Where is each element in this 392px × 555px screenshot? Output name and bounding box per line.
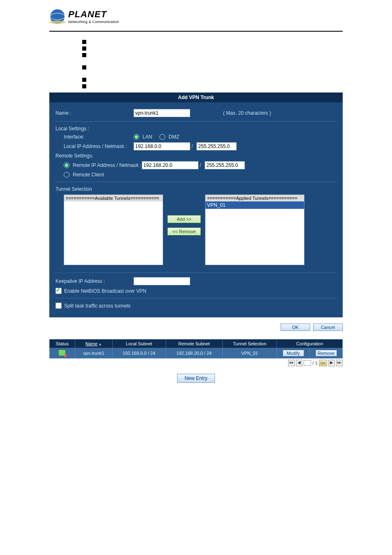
interface-lan-radio[interactable] (134, 134, 139, 140)
local-mask-input[interactable] (196, 142, 237, 150)
bullet-icon (82, 84, 86, 88)
add-tunnel-button[interactable]: Add >> (167, 215, 201, 223)
add-vpn-trunk-panel: Add VPN Trunk Name : ( Max. 20 character… (49, 92, 343, 317)
status-active-icon (58, 349, 66, 356)
new-entry-button[interactable]: New Entry (177, 374, 215, 383)
name-label: Name : (55, 110, 134, 116)
interface-label: Interface: (55, 134, 134, 140)
panel-title: Add VPN Trunk (49, 92, 343, 102)
pager-total: 1 (315, 361, 318, 365)
table-row: vpn-trunk1 192.168.0.0 / 24 192.168.20.0… (50, 348, 343, 358)
col-local-subnet: Local Subnet (112, 340, 166, 348)
pager-go-button[interactable]: Go (319, 360, 327, 366)
remove-tunnel-button[interactable]: << Remove (167, 227, 201, 236)
interface-dmz-radio[interactable] (159, 134, 165, 140)
applied-tunnel-item[interactable]: VPN_01 (205, 201, 304, 209)
col-configuration: Configuration (277, 340, 343, 348)
applied-tunnels-header: ===========Applied Tunnels=========== (205, 195, 304, 201)
applied-tunnels-list[interactable]: ===========Applied Tunnels=========== VP… (205, 194, 304, 265)
divider (49, 31, 343, 32)
pager: ⏮ ◀ / 1 Go ▶ ⏭ (0, 360, 343, 366)
row-name: vpn-trunk1 (75, 348, 112, 358)
keepalive-label: Keepalive IP Address : (55, 278, 134, 284)
interface-dmz-label: DMZ (168, 134, 179, 140)
netbios-label: Enable NetBIOS Broadcast over VPN (64, 288, 146, 294)
available-tunnels-header: ===========Available Tunnels=========== (64, 195, 163, 201)
col-status: Status (50, 340, 75, 348)
remote-settings-label: Remote Settings: (55, 153, 93, 159)
col-remote-subnet: Remote Subnet (166, 340, 222, 348)
keepalive-input[interactable] (134, 277, 190, 285)
local-settings-label: Local Settings : (55, 126, 89, 132)
col-tunnel-selection: Tunnel Selection (222, 340, 277, 348)
modify-button[interactable]: Modify (283, 350, 304, 356)
pager-last-button[interactable]: ⏭ (336, 360, 343, 366)
pager-prev-button[interactable]: ◀ (296, 360, 302, 366)
brand-tagline: Networking & Communication (68, 20, 119, 24)
interface-lan-label: LAN (143, 134, 152, 140)
remote-mask-input[interactable] (205, 161, 245, 169)
tunnel-selection-label: Tunnel Selection (55, 186, 337, 192)
cancel-button[interactable]: Cancel (313, 324, 343, 331)
pager-slash: / (313, 361, 314, 365)
sort-asc-icon: ▲ (98, 342, 102, 346)
ok-button[interactable]: OK (281, 324, 310, 331)
row-local-subnet: 192.168.0.0 / 24 (112, 348, 166, 358)
available-tunnels-list[interactable]: ===========Available Tunnels=========== (64, 194, 163, 265)
netbios-checkbox[interactable] (55, 288, 62, 294)
row-remote-subnet: 192.168.20.0 / 24 (166, 348, 222, 358)
name-input[interactable] (134, 109, 190, 117)
remote-ip-radio[interactable] (64, 162, 69, 168)
bullet-icon (82, 78, 86, 82)
svg-point-2 (49, 21, 66, 24)
remote-client-label: Remote Client (73, 172, 104, 178)
bullet-block (0, 40, 392, 88)
local-ip-input[interactable] (134, 142, 190, 150)
pager-first-button[interactable]: ⏮ (288, 360, 295, 366)
header: PLANET Networking & Communication (0, 0, 392, 29)
local-ip-label: Local IP Address / Netmask : (55, 143, 134, 149)
bullet-icon (82, 65, 86, 69)
globe-icon (49, 8, 66, 25)
col-name[interactable]: Name▲ (75, 340, 112, 348)
bullet-icon (82, 53, 86, 57)
remote-ip-label: Remote IP Address / Netmask : (73, 162, 141, 168)
split-label: Split task traffic across tunnels (64, 303, 131, 309)
bullet-icon (82, 46, 86, 51)
remote-client-radio[interactable] (64, 172, 69, 178)
row-tunnel-selection: VPN_01 (222, 348, 277, 358)
pager-page-input[interactable] (304, 360, 311, 366)
max-chars-label: ( Max. 20 characters ) (223, 110, 271, 116)
trunk-table: Status Name▲ Local Subnet Remote Subnet … (49, 339, 343, 358)
bullet-icon (82, 40, 86, 44)
logo: PLANET Networking & Communication (49, 8, 392, 25)
pager-next-button[interactable]: ▶ (328, 360, 335, 366)
col-name-label[interactable]: Name (85, 341, 97, 346)
remove-button[interactable]: Remove (316, 350, 337, 356)
split-checkbox[interactable] (55, 303, 62, 309)
remote-ip-input[interactable] (142, 161, 198, 169)
brand-text: PLANET (68, 9, 119, 20)
